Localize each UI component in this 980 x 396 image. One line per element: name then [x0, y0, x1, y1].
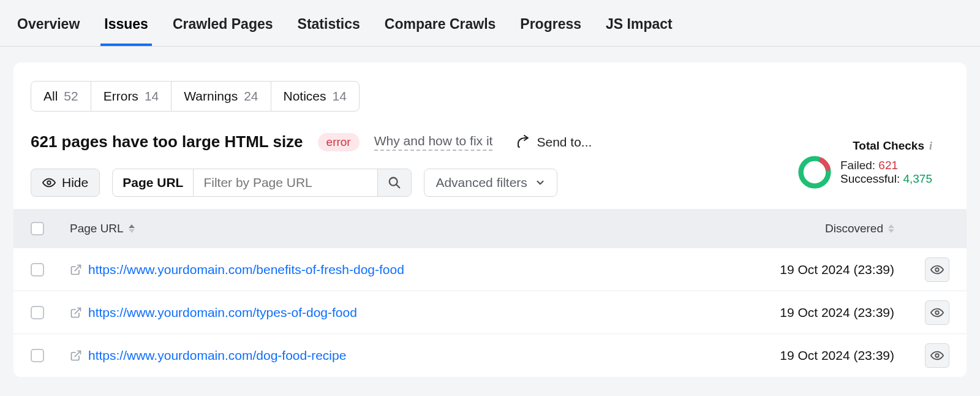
column-discovered[interactable]: Discovered — [735, 222, 894, 235]
discovered-date: 19 Oct 2024 (23:39) — [780, 305, 894, 320]
row-checkbox[interactable] — [31, 349, 44, 362]
filter-count: 14 — [333, 89, 347, 104]
filter-count: 24 — [244, 89, 258, 104]
column-label: Discovered — [825, 222, 883, 235]
filter-notices[interactable]: Notices 14 — [271, 82, 359, 111]
send-to-button[interactable]: Send to... — [516, 135, 592, 150]
svg-point-10 — [935, 268, 939, 272]
view-details-button[interactable] — [925, 343, 949, 368]
page-url-text: https://www.yourdomain.com/types-of-dog-… — [88, 305, 357, 320]
table-row: https://www.yourdomain.com/types-of-dog-… — [13, 291, 967, 334]
filter-label: Notices — [284, 89, 326, 104]
filter-label: All — [43, 89, 58, 104]
filter-label: Errors — [104, 89, 138, 104]
svg-marker-7 — [888, 224, 894, 228]
main-tabs: Overview Issues Crawled Pages Statistics… — [0, 0, 980, 47]
sort-icon — [888, 224, 894, 233]
advanced-filters-button[interactable]: Advanced filters — [424, 169, 557, 197]
severity-badge: error — [318, 133, 360, 151]
tab-js-impact[interactable]: JS Impact — [602, 0, 676, 46]
total-checks: Total Checks i Failed: 621 Succe — [797, 139, 932, 189]
successful-label: Successful: — [840, 172, 900, 185]
tab-progress[interactable]: Progress — [516, 0, 585, 46]
svg-line-2 — [396, 185, 400, 188]
row-checkbox[interactable] — [31, 306, 44, 319]
svg-point-14 — [935, 354, 939, 357]
failed-label: Failed: — [840, 159, 875, 172]
svg-point-0 — [47, 181, 51, 185]
discovered-date: 19 Oct 2024 (23:39) — [780, 262, 894, 277]
table-row: https://www.yourdomain.com/benefits-of-f… — [13, 248, 967, 291]
svg-marker-8 — [888, 229, 894, 233]
page-url-filter: Page URL — [112, 169, 412, 197]
eye-icon — [930, 306, 944, 319]
controls-row: Hide Page URL Advanced filters Total Che… — [31, 169, 949, 197]
successful-count: 4,375 — [903, 172, 932, 185]
external-link-icon — [70, 264, 82, 276]
discovered-date: 19 Oct 2024 (23:39) — [780, 348, 894, 363]
eye-icon — [930, 263, 944, 276]
share-arrow-icon — [516, 135, 530, 150]
chevron-down-icon — [535, 177, 546, 188]
failed-count: 621 — [878, 159, 898, 172]
tab-statistics[interactable]: Statistics — [294, 0, 364, 46]
external-link-icon — [70, 349, 82, 362]
row-checkbox[interactable] — [31, 263, 44, 276]
select-all-checkbox[interactable] — [31, 222, 44, 235]
page-url-link[interactable]: https://www.yourdomain.com/types-of-dog-… — [70, 305, 357, 320]
why-how-link[interactable]: Why and how to fix it — [374, 134, 493, 151]
tab-overview[interactable]: Overview — [13, 0, 83, 46]
issue-title: 621 pages have too large HTML size — [31, 132, 303, 151]
issues-panel: All 52 Errors 14 Warnings 24 Notices 14 … — [13, 63, 967, 377]
tab-crawled-pages[interactable]: Crawled Pages — [169, 0, 277, 46]
issue-type-filter: All 52 Errors 14 Warnings 24 Notices 14 — [31, 81, 360, 112]
total-checks-label: Total Checks — [853, 139, 924, 153]
svg-line-9 — [75, 265, 80, 270]
svg-marker-5 — [129, 224, 135, 228]
external-link-icon — [70, 307, 82, 319]
checks-donut-icon — [797, 155, 832, 189]
filter-label: Warnings — [184, 89, 238, 104]
hide-button[interactable]: Hide — [31, 169, 100, 197]
page-url-filter-label[interactable]: Page URL — [113, 169, 194, 196]
filter-count: 14 — [145, 89, 159, 104]
table-header: Page URL Discovered — [13, 209, 967, 248]
column-page-url[interactable]: Page URL — [62, 222, 735, 235]
view-details-button[interactable] — [925, 300, 949, 325]
view-details-button[interactable] — [925, 257, 949, 282]
page-url-link[interactable]: https://www.yourdomain.com/benefits-of-f… — [70, 262, 404, 277]
svg-line-13 — [75, 351, 80, 357]
page-url-input[interactable] — [194, 169, 377, 196]
info-icon[interactable]: i — [929, 140, 932, 153]
filter-all[interactable]: All 52 — [31, 82, 91, 111]
filter-errors[interactable]: Errors 14 — [91, 82, 172, 111]
search-icon — [388, 176, 401, 189]
svg-marker-6 — [129, 229, 135, 233]
sort-icon — [129, 224, 135, 233]
tab-compare-crawls[interactable]: Compare Crawls — [381, 0, 500, 46]
page-url-text: https://www.yourdomain.com/dog-food-reci… — [88, 348, 346, 363]
send-to-label: Send to... — [537, 135, 592, 150]
eye-icon — [42, 176, 56, 189]
search-button[interactable] — [377, 169, 411, 196]
filter-warnings[interactable]: Warnings 24 — [172, 82, 271, 111]
advanced-filters-label: Advanced filters — [435, 175, 527, 190]
svg-line-11 — [75, 308, 80, 313]
eye-icon — [930, 349, 944, 362]
svg-point-12 — [935, 311, 939, 314]
column-label: Page URL — [70, 222, 124, 235]
filter-count: 52 — [64, 89, 78, 104]
tab-issues[interactable]: Issues — [100, 0, 152, 46]
page-url-text: https://www.yourdomain.com/benefits-of-f… — [88, 262, 404, 277]
hide-label: Hide — [62, 175, 88, 190]
table-row: https://www.yourdomain.com/dog-food-reci… — [13, 334, 967, 377]
page-url-link[interactable]: https://www.yourdomain.com/dog-food-reci… — [70, 348, 346, 363]
